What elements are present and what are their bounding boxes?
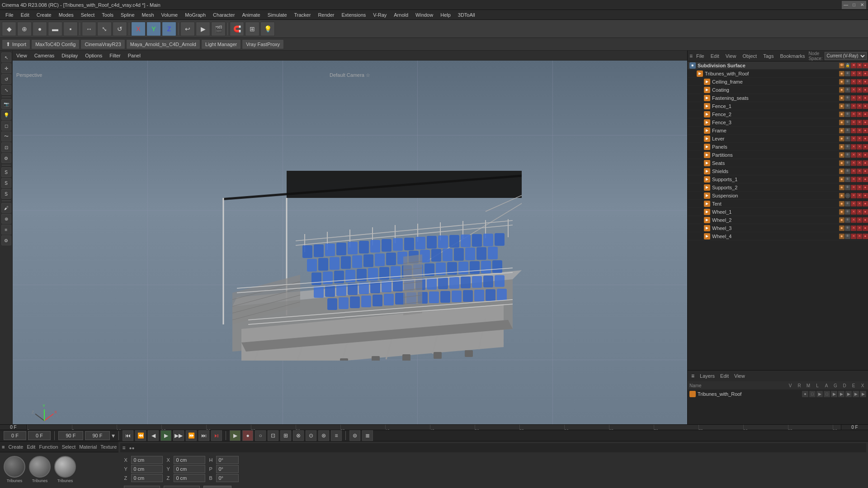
fps-input[interactable] xyxy=(85,431,110,440)
tree-item-wheel4[interactable]: ▶ Wheel_4 ■👁✕✕● xyxy=(688,232,868,240)
size-y-input[interactable] xyxy=(174,465,205,473)
menu-tracker[interactable]: Tracker xyxy=(291,11,315,19)
tb-edge-mode[interactable]: ▬ xyxy=(48,22,62,36)
tree-item-wheel2[interactable]: ▶ Wheel_2 ■👁✕✕● xyxy=(688,216,868,224)
menu-file[interactable]: File xyxy=(2,11,17,19)
maxtoc4d-button[interactable]: MaxToC4D Config xyxy=(31,39,80,49)
menu-render[interactable]: Render xyxy=(314,11,338,19)
li-1[interactable]: ● xyxy=(802,391,808,397)
ti-tr1[interactable]: ■ xyxy=(839,71,844,76)
sb-layers2[interactable]: ≡ xyxy=(1,225,11,235)
coord-menu-icon[interactable]: ≡ xyxy=(122,445,125,451)
btn-prev-frame[interactable]: ◀ xyxy=(148,430,159,441)
layers-edit-btn[interactable]: Edit xyxy=(720,373,729,379)
tb-render[interactable]: ▶ xyxy=(196,22,210,36)
tb-move[interactable]: ↔ xyxy=(82,22,96,36)
li-3[interactable]: ▶ xyxy=(816,391,823,397)
total-frames-input[interactable] xyxy=(58,431,83,440)
btn-record[interactable]: ⏯ xyxy=(211,430,222,441)
menu-simulate[interactable]: Simulate xyxy=(264,11,291,19)
tb-model-mode[interactable]: ◆ xyxy=(2,22,16,36)
ti-cf4[interactable]: ✕ xyxy=(857,79,862,84)
ti-tr4[interactable]: ✕ xyxy=(857,71,862,76)
close-button[interactable]: ✕ xyxy=(858,1,866,9)
tree-item-fence3[interactable]: ▶ Fence_3 ■👁✕✕● xyxy=(688,118,868,127)
btn-go-end[interactable]: ⏭ xyxy=(198,430,209,441)
sb-move2[interactable]: ✛ xyxy=(1,63,11,73)
btn-prev-key[interactable]: ⏪ xyxy=(135,430,146,441)
cinema-vray-button[interactable]: CinemaVrayR23 xyxy=(80,39,125,49)
tree-item-wheel1[interactable]: ▶ Wheel_1 ■👁✕✕● xyxy=(688,208,868,216)
ti-cf5[interactable]: ● xyxy=(863,79,868,84)
maya-arnold-button[interactable]: Maya_Arnold_to_C4D_Arnold xyxy=(126,39,200,49)
mat-item-1[interactable]: Tribunes xyxy=(4,456,25,483)
tree-item-supports2[interactable]: ▶ Supports_2 ■👁✕✕● xyxy=(688,183,868,192)
ti-cf1[interactable]: ■ xyxy=(839,79,844,84)
sb-rotate2[interactable]: ↺ xyxy=(1,74,11,84)
tree-item-seats[interactable]: ▶ Seats ■👁✕✕● xyxy=(688,159,868,167)
sb-generator[interactable]: ⚙ xyxy=(1,153,11,163)
sb-s3-icon[interactable]: S xyxy=(1,189,11,199)
mat-item-3[interactable]: Tribunes xyxy=(54,456,76,483)
tree-item-shields[interactable]: ▶ Shields ■👁✕✕● xyxy=(688,167,868,175)
btn-mode-1[interactable]: ▶ xyxy=(230,430,241,441)
btn-mode-2[interactable]: ● xyxy=(242,430,253,441)
menu-vray[interactable]: V-Ray xyxy=(369,11,390,19)
tree-item-suspension[interactable]: ▶ Suspension ■○✕✕● xyxy=(688,192,868,200)
tree-item-supports1[interactable]: ▶ Supports_1 ■👁✕✕● xyxy=(688,175,868,183)
btn-mode-7[interactable]: ⊙ xyxy=(306,430,316,441)
tree-item-panels[interactable]: ▶ Panels ■👁✕✕● xyxy=(688,143,868,151)
btn-mode-11[interactable]: ≣ xyxy=(362,430,373,441)
tree-item-fence2[interactable]: ▶ Fence_2 ■👁✕✕● xyxy=(688,110,868,118)
btn-mode-3[interactable]: ○ xyxy=(255,430,266,441)
sb-sculpt[interactable]: ⊛ xyxy=(1,214,11,224)
menu-create[interactable]: Create xyxy=(33,11,55,19)
rot-b-input[interactable] xyxy=(216,474,239,482)
rp-tab-edit[interactable]: Edit xyxy=(708,53,722,59)
sb-s-icon[interactable]: S xyxy=(1,167,11,177)
tb-poly-mode[interactable]: ▪ xyxy=(63,22,78,36)
rp-tab-tags[interactable]: Tags xyxy=(760,53,776,59)
li-7[interactable]: ▶ xyxy=(845,391,852,397)
li-2[interactable]: □ xyxy=(809,391,816,397)
vp-menu-panel[interactable]: Panel xyxy=(128,53,141,58)
menu-window[interactable]: Window xyxy=(412,11,437,19)
layers-btn[interactable]: Layers xyxy=(700,373,715,379)
tb-rotate[interactable]: ↺ xyxy=(113,22,127,36)
li-8[interactable]: ▶ xyxy=(853,391,859,397)
menu-tools[interactable]: Tools xyxy=(98,11,117,19)
tb-grid[interactable]: ⊞ xyxy=(245,22,259,36)
mat-function[interactable]: Function xyxy=(39,444,58,450)
tree-item-fastening[interactable]: ▶ Fastening_seats ■👁✕✕● xyxy=(688,94,868,102)
btn-go-start[interactable]: ⏮ xyxy=(123,430,133,441)
tree-item-frame[interactable]: ▶ Frame ■👁✕✕● xyxy=(688,127,868,135)
sb-select[interactable]: ↖ xyxy=(1,52,11,62)
tb-texture-mode[interactable]: ⊕ xyxy=(17,22,32,36)
layers-menu-icon[interactable]: ≡ xyxy=(691,373,694,379)
tree-item-coating[interactable]: ▶ Coating ■👁✕✕● xyxy=(688,86,868,94)
viewport[interactable]: View Cameras Display Options Filter Pane… xyxy=(13,51,687,424)
tb-render-view[interactable]: 🎬 xyxy=(211,22,226,36)
btn-mode-8[interactable]: ⊛ xyxy=(318,430,329,441)
timeline-ruler[interactable]: 0 5 10 15 20 25 30 35 40 45 50 55 60 65 … xyxy=(27,425,841,430)
light-manager-button[interactable]: Light Manager xyxy=(201,39,241,49)
menu-modes[interactable]: Modes xyxy=(55,11,77,19)
rp-menu-icon[interactable]: ≡ xyxy=(689,53,693,59)
frame-to-input[interactable] xyxy=(28,431,51,440)
tb-undo[interactable]: ↩ xyxy=(180,22,195,36)
menu-mesh[interactable]: Mesh xyxy=(138,11,158,19)
ti-tr3[interactable]: ✕ xyxy=(851,71,856,76)
rp-tab-object[interactable]: Object xyxy=(740,53,760,59)
ti-vis[interactable]: 👁 xyxy=(839,63,844,68)
ti-lock[interactable]: 🔒 xyxy=(845,63,850,68)
pos-x-input[interactable] xyxy=(131,456,163,464)
mat-edit[interactable]: Edit xyxy=(27,444,35,450)
viewport-canvas[interactable]: Perspective Default Camera ☆ xyxy=(13,61,687,424)
pos-z-input[interactable] xyxy=(131,474,163,482)
vray-fastproxy-button[interactable]: Vray FastProxy xyxy=(242,39,284,49)
sb-camera[interactable]: 📷 xyxy=(1,99,11,109)
import-button[interactable]: ⬆ Import xyxy=(2,39,30,49)
sb-light2[interactable]: 💡 xyxy=(1,110,11,120)
li-4[interactable]: □ xyxy=(824,391,830,397)
mat-select[interactable]: Select xyxy=(62,444,76,450)
